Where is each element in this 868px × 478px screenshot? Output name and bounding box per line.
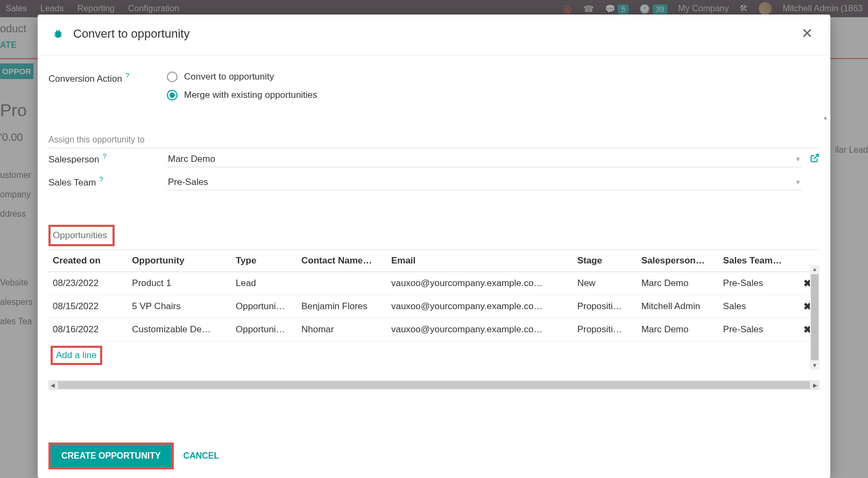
scroll-right-icon[interactable]: ▶ — [811, 382, 820, 388]
modal-footer: CREATE OPPORTUNITY CANCEL — [38, 434, 830, 478]
header-contact[interactable]: Contact Name… — [297, 250, 387, 272]
table-vertical-scrollbar[interactable]: ▲ ▼ — [810, 265, 820, 369]
salesteam-label: Sales Team ? — [48, 177, 167, 188]
scroll-down-icon[interactable]: ▼ — [811, 361, 818, 369]
body-scroll-up[interactable]: ▲ — [823, 115, 828, 120]
salesperson-value: Marc Demo — [168, 154, 215, 165]
opportunities-section-title: Opportunities — [51, 227, 112, 244]
header-opportunity[interactable]: Opportunity — [128, 250, 231, 272]
create-opportunity-button[interactable]: CREATE OPPORTUNITY — [51, 445, 172, 467]
assign-section-title: Assign this opportunity to — [48, 135, 820, 148]
cancel-button[interactable]: CANCEL — [184, 451, 220, 461]
modal-header: Convert to opportunity ✕ — [38, 15, 830, 55]
help-icon[interactable]: ? — [103, 152, 107, 163]
opportunities-table: Created on Opportunity Type Contact Name… — [48, 250, 820, 341]
external-link-icon[interactable] — [810, 153, 820, 166]
modal-title: Convert to opportunity — [73, 27, 189, 41]
header-created[interactable]: Created on — [48, 250, 128, 272]
add-line-button[interactable]: Add a line — [53, 348, 100, 363]
radio-circle-unchecked[interactable] — [167, 72, 178, 82]
table-row[interactable]: 08/16/2022 Customizable De… Opportuni… N… — [48, 318, 820, 341]
conversion-action-label: Conversion Action ? — [48, 72, 167, 108]
radio-convert-label: Convert to opportunity — [184, 72, 274, 82]
table-row[interactable]: 08/15/2022 5 VP Chairs Opportuni… Benjam… — [48, 295, 820, 318]
table-row[interactable]: 08/23/2022 Product 1 Lead vauxoo@yourcom… — [48, 272, 820, 295]
svg-line-0 — [814, 154, 818, 159]
scroll-up-icon[interactable]: ▲ — [811, 265, 818, 273]
help-icon[interactable]: ? — [100, 175, 103, 186]
salesteam-select[interactable]: Pre-Sales ▼ — [167, 175, 802, 190]
salesperson-label: Salesperson ? — [48, 154, 167, 165]
opportunities-table-wrapper: Created on Opportunity Type Contact Name… — [48, 249, 820, 369]
radio-merge-label: Merge with existing opportunities — [184, 90, 317, 101]
scroll-thumb[interactable] — [811, 274, 818, 360]
help-icon[interactable]: ? — [125, 72, 129, 80]
horizontal-scrollbar[interactable]: ◀ ▶ — [48, 380, 820, 390]
modal-body: ▲ Conversion Action ? Convert to opportu… — [38, 55, 830, 434]
bug-icon — [53, 28, 63, 39]
header-type[interactable]: Type — [231, 250, 297, 272]
scroll-left-icon[interactable]: ◀ — [48, 382, 57, 388]
close-button[interactable]: ✕ — [799, 25, 815, 42]
radio-circle-checked[interactable] — [167, 90, 178, 101]
radio-merge[interactable]: Merge with existing opportunities — [167, 90, 820, 101]
salesperson-select[interactable]: Marc Demo ▼ — [167, 152, 802, 167]
salesteam-value: Pre-Sales — [168, 177, 208, 188]
radio-convert[interactable]: Convert to opportunity — [167, 72, 820, 82]
chevron-down-icon: ▼ — [795, 179, 801, 186]
header-salesteam[interactable]: Sales Team… — [719, 250, 795, 272]
convert-opportunity-modal: Convert to opportunity ✕ ▲ Conversion Ac… — [38, 15, 830, 478]
table-header-row: Created on Opportunity Type Contact Name… — [48, 250, 820, 272]
header-email[interactable]: Email — [387, 250, 573, 272]
scroll-track[interactable] — [58, 381, 810, 389]
chevron-down-icon: ▼ — [795, 155, 801, 163]
header-salesperson[interactable]: Salesperson… — [637, 250, 719, 272]
header-stage[interactable]: Stage — [573, 250, 637, 272]
